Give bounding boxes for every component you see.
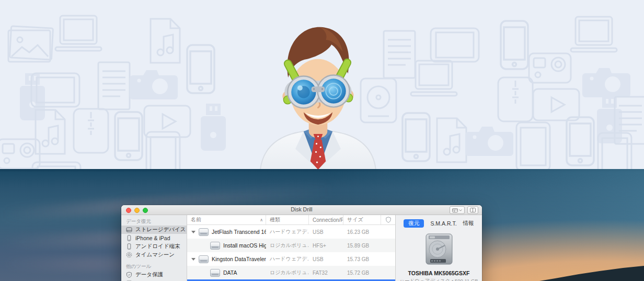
disclosure-triangle-icon[interactable]: [191, 258, 196, 261]
pattern-icons-right: [402, 17, 644, 169]
android-phone-icon: [126, 243, 132, 250]
toggle-sidebar-button[interactable]: [467, 206, 478, 214]
storage-device-icon: [126, 227, 132, 233]
recover-button[interactable]: 復元: [404, 219, 424, 228]
sidebar-item-iphone-ipad[interactable]: iPhone & iPad: [121, 234, 187, 242]
column-header-size[interactable]: サイズ: [343, 215, 381, 224]
device-size: 15.73 GB: [343, 256, 381, 262]
hard-disk-image: [424, 233, 454, 266]
sort-ascending-icon: ∧: [260, 218, 263, 222]
pattern-icons-left: [0, 16, 226, 169]
split-columns-icon: [470, 208, 476, 212]
drive-icon: [210, 242, 220, 250]
device-name: JetFlash Transcend 16GB: [212, 229, 266, 235]
sidebar-item-android[interactable]: アンドロイド端末: [121, 242, 187, 251]
disclosure-triangle-icon[interactable]: [191, 231, 196, 233]
table-row[interactable]: Kingston DataTraveler 3.0 ハードウェアデ… USB 1…: [187, 252, 395, 266]
sidebar-item-label: iPhone & iPad: [135, 235, 170, 241]
sidebar-item-storage-devices[interactable]: ストレージデバイス: [121, 226, 187, 234]
disk-drill-window: Disk Drill: [121, 205, 482, 281]
disk-info: ハードウェアディスク • 500.11 GB: [396, 278, 482, 281]
view-options-button[interactable]: [450, 206, 465, 214]
table-row[interactable]: JetFlash Transcend 16GB ハードウェアデ… USB 16.…: [187, 225, 395, 239]
list-view-icon: [452, 208, 458, 212]
device-name: Kingston DataTraveler 3.0: [212, 256, 266, 262]
column-header-protection[interactable]: [381, 215, 395, 224]
device-kind: ハードウェアデ…: [266, 255, 309, 263]
table-row[interactable]: DATA ロジカルボリュ… FAT32 15.72 GB: [187, 266, 395, 279]
device-fs: HFS+: [309, 243, 343, 249]
column-header-connection[interactable]: Connection/FS: [309, 215, 343, 224]
info-tab[interactable]: 情報: [463, 220, 474, 227]
shield-check-icon: [126, 272, 132, 278]
table-row[interactable]: Install macOS High Sierra ロジカルボリュ… HFS+ …: [187, 239, 395, 252]
sidebar-item-time-machine[interactable]: タイムマシーン: [121, 251, 187, 259]
drive-icon: [210, 269, 220, 277]
smart-tab[interactable]: S.M.A.R.T.: [430, 220, 456, 227]
time-machine-icon: [126, 252, 132, 258]
table-header: 名前 ∧ 種類 Connection/FS サイズ: [187, 215, 395, 225]
device-size: 16.23 GB: [343, 229, 381, 235]
screenshot-root: Disk Drill: [0, 0, 644, 281]
drive-icon: [199, 228, 209, 236]
sidebar-section-data-recovery: データ復元: [121, 217, 187, 226]
disk-drill-mascot: [255, 15, 382, 170]
detail-panel: 復元 S.M.A.R.T. 情報: [395, 215, 482, 281]
drive-icon: [199, 255, 209, 263]
window-title: Disk Drill: [121, 206, 482, 212]
device-kind: ロジカルボリュ…: [266, 269, 309, 276]
hero-banner: [0, 0, 644, 169]
device-fs: USB: [309, 256, 343, 262]
sidebar-item-label: ストレージデバイス: [135, 226, 186, 233]
disk-name: TOSHIBA MK5065GSXF: [396, 270, 482, 276]
sidebar: データ復元 ストレージデバイス iPhone & iPad: [121, 215, 187, 281]
sidebar-item-label: タイムマシーン: [135, 251, 175, 258]
device-name: DATA: [223, 269, 237, 276]
iphone-icon: [126, 235, 132, 241]
shield-icon: [386, 217, 391, 223]
device-fs: USB: [309, 229, 343, 235]
device-name: Install macOS High Sierra: [223, 242, 266, 249]
device-kind: ロジカルボリュ…: [266, 242, 309, 249]
device-size: 15.72 GB: [343, 270, 381, 276]
sidebar-section-other-tools: 他のツール: [121, 262, 187, 271]
window-titlebar[interactable]: Disk Drill: [121, 205, 482, 215]
sidebar-item-label: アンドロイド端末: [135, 243, 180, 250]
device-fs: FAT32: [309, 270, 343, 276]
column-header-kind[interactable]: 種類: [266, 215, 309, 224]
chevron-down-icon: [459, 209, 462, 211]
device-kind: ハードウェアデ…: [266, 228, 309, 235]
column-header-name[interactable]: 名前 ∧: [187, 215, 266, 224]
titlebar-toolbar: [450, 206, 478, 214]
device-size: 15.89 GB: [343, 243, 381, 249]
sidebar-item-label: データ保護: [135, 271, 163, 278]
sidebar-item-data-protection[interactable]: データ保護: [121, 271, 187, 279]
device-table: 名前 ∧ 種類 Connection/FS サイズ: [187, 215, 395, 281]
mountain-silhouette: [539, 265, 644, 281]
sidebar-item-partial[interactable]: [121, 279, 187, 281]
